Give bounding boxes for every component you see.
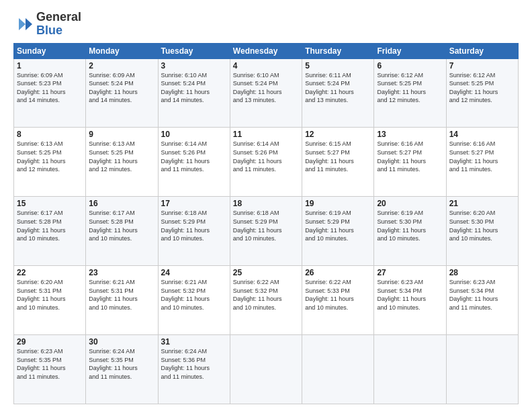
day-number: 22 [17, 268, 83, 277]
calendar-cell: 3Sunrise: 6:10 AMSunset: 5:24 PMDaylight… [158, 58, 230, 128]
calendar-cell: 29Sunrise: 6:23 AMSunset: 5:35 PMDayligh… [14, 335, 86, 404]
daylight-hours: Daylight: 11 hours [89, 365, 138, 371]
sunset-time: Sunset: 5:25 PM [449, 80, 494, 87]
daylight-hours: Daylight: 11 hours [377, 227, 426, 234]
day-number: 17 [161, 199, 227, 208]
daylight-hours: Daylight: 11 hours [305, 227, 354, 234]
sunrise-time: Sunrise: 6:13 AM [89, 140, 135, 147]
sunset-time: Sunset: 5:30 PM [449, 218, 494, 225]
day-number: 8 [17, 130, 83, 139]
day-info: Sunrise: 6:19 AMSunset: 5:30 PMDaylight:… [377, 209, 443, 242]
daylight-minutes: and 10 minutes. [377, 235, 420, 242]
calendar-header-row: SundayMondayTuesdayWednesdayThursdayFrid… [14, 43, 519, 58]
calendar-cell: 8Sunrise: 6:13 AMSunset: 5:25 PMDaylight… [14, 128, 86, 197]
calendar-cell: 26Sunrise: 6:22 AMSunset: 5:33 PMDayligh… [302, 266, 374, 335]
daylight-hours: Daylight: 11 hours [233, 89, 282, 95]
daylight-hours: Daylight: 11 hours [449, 295, 498, 302]
daylight-minutes: and 11 minutes. [17, 373, 60, 380]
daylight-minutes: and 10 minutes. [161, 235, 204, 242]
sunrise-time: Sunrise: 6:23 AM [17, 348, 63, 355]
daylight-hours: Daylight: 11 hours [233, 295, 282, 302]
logo: General Blue [13, 11, 81, 38]
page: General Blue SundayMondayTuesdayWednesda… [0, 0, 532, 411]
calendar-cell [374, 335, 446, 404]
daylight-hours: Daylight: 11 hours [377, 295, 426, 302]
calendar-cell: 16Sunrise: 6:17 AMSunset: 5:28 PMDayligh… [86, 197, 158, 266]
logo-line1: General [36, 11, 81, 24]
daylight-minutes: and 10 minutes. [89, 235, 132, 242]
daylight-minutes: and 13 minutes. [233, 97, 276, 103]
sunset-time: Sunset: 5:27 PM [449, 149, 494, 156]
day-number: 2 [89, 61, 154, 71]
daylight-hours: Daylight: 11 hours [449, 227, 498, 234]
daylight-minutes: and 10 minutes. [449, 235, 492, 242]
day-info: Sunrise: 6:10 AMSunset: 5:24 PMDaylight:… [233, 71, 299, 105]
day-info: Sunrise: 6:21 AMSunset: 5:32 PMDaylight:… [161, 278, 227, 312]
day-info: Sunrise: 6:21 AMSunset: 5:31 PMDaylight:… [89, 278, 154, 312]
day-number: 13 [377, 130, 443, 139]
daylight-hours: Daylight: 11 hours [89, 158, 138, 165]
sunrise-time: Sunrise: 6:09 AM [17, 72, 63, 79]
daylight-minutes: and 10 minutes. [17, 304, 60, 311]
daylight-minutes: and 12 minutes. [89, 166, 132, 173]
day-info: Sunrise: 6:18 AMSunset: 5:29 PMDaylight:… [161, 209, 227, 242]
day-info: Sunrise: 6:13 AMSunset: 5:25 PMDaylight:… [89, 140, 154, 173]
calendar-cell: 4Sunrise: 6:10 AMSunset: 5:24 PMDaylight… [230, 58, 302, 128]
sunset-time: Sunset: 5:25 PM [377, 80, 422, 87]
day-number: 18 [233, 199, 299, 208]
day-info: Sunrise: 6:16 AMSunset: 5:27 PMDaylight:… [377, 140, 443, 173]
day-number: 6 [377, 61, 443, 71]
sunset-time: Sunset: 5:29 PM [161, 218, 206, 225]
calendar-week-3: 22Sunrise: 6:20 AMSunset: 5:31 PMDayligh… [14, 266, 519, 335]
day-number: 3 [161, 61, 227, 71]
sunset-time: Sunset: 5:28 PM [89, 218, 134, 225]
day-number: 24 [161, 268, 227, 277]
calendar-cell: 11Sunrise: 6:14 AMSunset: 5:26 PMDayligh… [230, 128, 302, 197]
sunset-time: Sunset: 5:35 PM [17, 357, 62, 363]
daylight-minutes: and 11 minutes. [377, 166, 420, 173]
day-number: 21 [449, 199, 515, 208]
day-info: Sunrise: 6:20 AMSunset: 5:31 PMDaylight:… [17, 278, 83, 312]
calendar-header-saturday: Saturday [446, 43, 518, 58]
sunrise-time: Sunrise: 6:22 AM [233, 279, 279, 285]
calendar-cell [446, 335, 518, 404]
calendar-cell: 28Sunrise: 6:23 AMSunset: 5:34 PMDayligh… [446, 266, 518, 335]
daylight-minutes: and 10 minutes. [233, 304, 276, 311]
sunrise-time: Sunrise: 6:18 AM [161, 210, 208, 216]
calendar-cell: 14Sunrise: 6:16 AMSunset: 5:27 PMDayligh… [446, 128, 518, 197]
daylight-hours: Daylight: 11 hours [161, 365, 210, 371]
daylight-minutes: and 11 minutes. [161, 166, 204, 173]
day-number: 19 [305, 199, 371, 208]
day-number: 26 [305, 268, 371, 277]
calendar-cell: 23Sunrise: 6:21 AMSunset: 5:31 PMDayligh… [86, 266, 158, 335]
day-info: Sunrise: 6:23 AMSunset: 5:34 PMDaylight:… [377, 278, 443, 312]
daylight-minutes: and 10 minutes. [161, 304, 204, 311]
sunrise-time: Sunrise: 6:17 AM [17, 210, 63, 216]
sunrise-time: Sunrise: 6:24 AM [89, 348, 135, 355]
day-info: Sunrise: 6:20 AMSunset: 5:30 PMDaylight:… [449, 209, 515, 242]
sunset-time: Sunset: 5:24 PM [161, 80, 206, 87]
sunrise-time: Sunrise: 6:16 AM [449, 140, 496, 147]
day-info: Sunrise: 6:15 AMSunset: 5:27 PMDaylight:… [305, 140, 371, 173]
calendar-header-sunday: Sunday [14, 43, 86, 58]
daylight-minutes: and 14 minutes. [89, 97, 132, 103]
day-number: 10 [161, 130, 227, 139]
sunset-time: Sunset: 5:25 PM [89, 149, 134, 156]
sunrise-time: Sunrise: 6:19 AM [305, 210, 351, 216]
day-number: 28 [449, 268, 515, 277]
day-info: Sunrise: 6:09 AMSunset: 5:24 PMDaylight:… [89, 71, 154, 105]
calendar-cell: 20Sunrise: 6:19 AMSunset: 5:30 PMDayligh… [374, 197, 446, 266]
daylight-minutes: and 14 minutes. [161, 97, 204, 103]
day-info: Sunrise: 6:24 AMSunset: 5:36 PMDaylight:… [161, 347, 227, 381]
daylight-hours: Daylight: 11 hours [305, 295, 354, 302]
sunrise-time: Sunrise: 6:20 AM [449, 210, 496, 216]
daylight-minutes: and 11 minutes. [305, 166, 348, 173]
day-info: Sunrise: 6:12 AMSunset: 5:25 PMDaylight:… [377, 71, 443, 105]
day-info: Sunrise: 6:23 AMSunset: 5:35 PMDaylight:… [17, 347, 83, 381]
day-number: 15 [17, 199, 83, 208]
calendar-table: SundayMondayTuesdayWednesdayThursdayFrid… [13, 43, 519, 404]
day-info: Sunrise: 6:09 AMSunset: 5:23 PMDaylight:… [17, 71, 83, 105]
daylight-hours: Daylight: 11 hours [89, 295, 138, 302]
calendar-cell: 10Sunrise: 6:14 AMSunset: 5:26 PMDayligh… [158, 128, 230, 197]
sunrise-time: Sunrise: 6:21 AM [161, 279, 208, 285]
